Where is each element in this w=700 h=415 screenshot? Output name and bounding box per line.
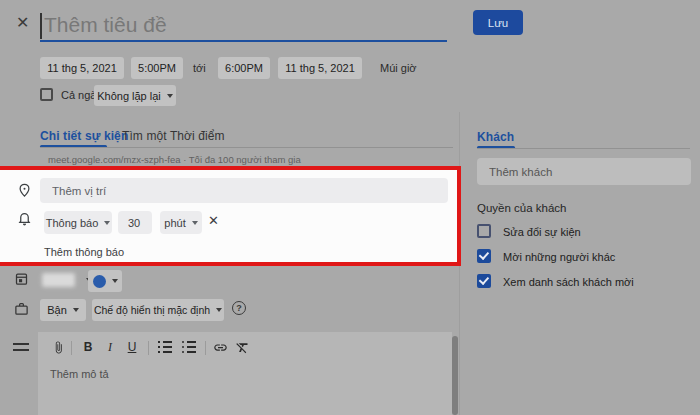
event-title-input[interactable] xyxy=(44,11,439,39)
calendar-icon xyxy=(14,271,29,286)
color-swatch xyxy=(93,275,106,288)
location-input[interactable] xyxy=(40,178,448,203)
end-date-chip[interactable]: 11 thg 5, 2021 xyxy=(278,57,362,79)
chevron-down-icon xyxy=(216,308,222,312)
tab-find-a-time[interactable]: Tìm một Thời điểm xyxy=(122,129,225,143)
description-lines-icon xyxy=(13,343,29,351)
guests-divider xyxy=(477,148,690,149)
tab-event-details[interactable]: Chi tiết sự kiện xyxy=(40,129,128,143)
permission-checkbox-see-list[interactable] xyxy=(477,274,491,288)
notification-minutes-input[interactable] xyxy=(118,211,152,234)
busy-status-dropdown[interactable]: Bận xyxy=(40,299,86,321)
event-editor-screen: ✕ Lưu 11 thg 5, 2021 5:00PM tới 6:00PM 1… xyxy=(0,0,700,415)
visibility-dropdown[interactable]: Chế độ hiển thị mặc định xyxy=(92,299,224,321)
notification-type-label: Thông báo xyxy=(46,217,99,229)
recurrence-dropdown[interactable]: Không lặp lại xyxy=(94,85,176,106)
toolbar-separator xyxy=(205,341,206,355)
chevron-down-icon xyxy=(104,221,110,225)
permission-label: Mời những người khác xyxy=(503,251,615,263)
tabs-divider xyxy=(40,147,453,148)
permission-checkbox-invite[interactable] xyxy=(477,249,491,263)
timezone-button[interactable]: Múi giờ xyxy=(380,62,417,74)
add-notification-button[interactable]: Thêm thông báo xyxy=(44,246,124,258)
vertical-scrollbar[interactable] xyxy=(452,336,458,415)
chevron-down-icon xyxy=(192,221,198,225)
chevron-down-icon xyxy=(73,308,79,312)
end-time-chip[interactable]: 6:00PM xyxy=(218,57,270,79)
visibility-label: Chế độ hiển thị mặc định xyxy=(94,304,210,316)
toolbar-separator xyxy=(148,341,149,355)
start-time-chip[interactable]: 5:00PM xyxy=(131,57,183,79)
calendar-name-redacted[interactable] xyxy=(42,273,75,287)
bell-icon xyxy=(17,211,32,226)
to-label: tới xyxy=(193,62,206,74)
notification-type-dropdown[interactable]: Thông báo xyxy=(44,211,112,234)
chevron-down-icon xyxy=(167,94,173,98)
close-icon[interactable]: ✕ xyxy=(16,13,29,32)
title-underline xyxy=(40,40,447,42)
bulleted-list-icon[interactable] xyxy=(181,338,197,356)
busy-label: Bận xyxy=(47,304,67,316)
briefcase-icon xyxy=(14,301,29,316)
description-placeholder: Thêm mô tả xyxy=(50,368,109,380)
help-icon[interactable]: ? xyxy=(232,301,246,315)
add-guests-input[interactable] xyxy=(477,158,691,185)
text-cursor xyxy=(40,13,42,39)
notification-unit-label: phút xyxy=(164,217,185,229)
event-color-dropdown[interactable] xyxy=(88,270,122,292)
remove-notification-icon[interactable]: ✕ xyxy=(208,213,219,228)
notification-unit-dropdown[interactable]: phút xyxy=(160,211,202,234)
insert-link-icon[interactable] xyxy=(212,338,228,356)
permission-checkbox-modify[interactable] xyxy=(477,224,491,238)
permission-label: Sửa đổi sự kiện xyxy=(503,226,581,238)
guest-permissions-title: Quyền của khách xyxy=(477,202,567,214)
chevron-down-icon xyxy=(112,279,118,283)
save-button[interactable]: Lưu xyxy=(473,10,523,35)
recurrence-label: Không lặp lại xyxy=(97,90,161,102)
meet-info-text: meet.google.com/mzx-szph-fea · Tối đa 10… xyxy=(48,154,301,165)
tab-guests[interactable]: Khách xyxy=(477,130,514,144)
numbered-list-icon[interactable] xyxy=(157,338,173,356)
format-clear-icon[interactable] xyxy=(234,338,250,356)
bold-button[interactable]: B xyxy=(80,338,96,356)
underline-button[interactable]: U xyxy=(124,338,140,356)
start-date-chip[interactable]: 11 thg 5, 2021 xyxy=(40,57,124,79)
attachment-icon[interactable] xyxy=(50,338,66,356)
permission-label: Xem danh sách khách mời xyxy=(503,276,634,288)
location-pin-icon xyxy=(17,183,32,198)
italic-button[interactable]: I xyxy=(102,338,118,356)
toolbar-separator xyxy=(71,341,72,355)
all-day-checkbox[interactable] xyxy=(40,88,53,101)
